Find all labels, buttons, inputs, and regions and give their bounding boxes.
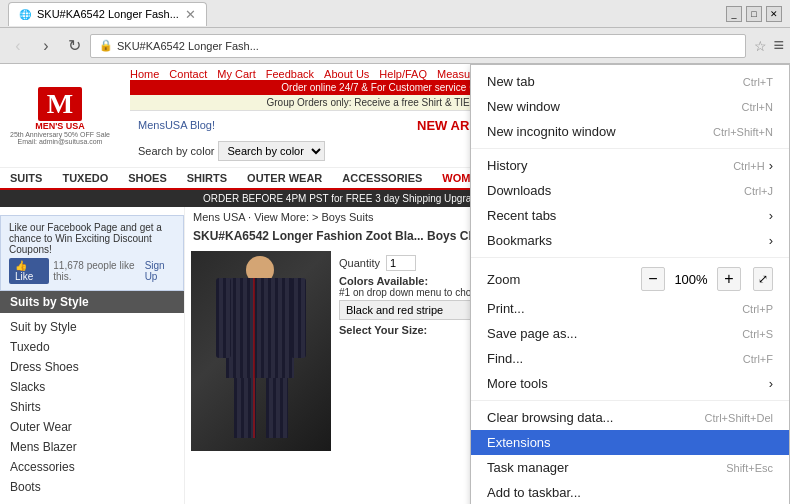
quantity-input[interactable] bbox=[386, 255, 416, 271]
nav-outer-wear[interactable]: OUTER WEAR bbox=[237, 168, 332, 188]
sidebar-item-slacks[interactable]: Slacks bbox=[0, 377, 184, 397]
context-menu: New tab Ctrl+T New window Ctrl+N New inc… bbox=[470, 64, 790, 504]
figure-body bbox=[226, 278, 294, 378]
zoom-fullscreen-button[interactable]: ⤢ bbox=[753, 267, 773, 291]
zoom-plus-button[interactable]: + bbox=[717, 267, 741, 291]
browser-tab[interactable]: 🌐 SKU#KA6542 Longer Fash... ✕ bbox=[8, 2, 207, 26]
minimize-button[interactable]: _ bbox=[726, 6, 742, 22]
nav-shoes[interactable]: SHOES bbox=[118, 168, 177, 188]
close-button[interactable]: ✕ bbox=[766, 6, 782, 22]
zoom-row: Zoom − 100% + ⤢ bbox=[471, 262, 789, 296]
menu-new-tab[interactable]: New tab Ctrl+T bbox=[471, 69, 789, 94]
nav-home[interactable]: Home bbox=[130, 68, 159, 80]
sidebar-item-accessories[interactable]: Accessories bbox=[0, 457, 184, 477]
nav-cart[interactable]: My Cart bbox=[217, 68, 256, 80]
menu-add-taskbar[interactable]: Add to taskbar... bbox=[471, 480, 789, 504]
sidebar-item-dress-shoes[interactable]: Dress Shoes bbox=[0, 357, 184, 377]
sidebar-item-mens-blazer[interactable]: Mens Blazer bbox=[0, 437, 184, 457]
figure-left-arm bbox=[216, 278, 231, 358]
menu-history[interactable]: History Ctrl+H › bbox=[471, 153, 789, 178]
menu-section-dev: Clear browsing data... Ctrl+Shift+Del Ex… bbox=[471, 401, 789, 504]
tab-favicon: 🌐 bbox=[19, 9, 31, 20]
blog-link[interactable]: MensUSA Blog! bbox=[138, 119, 215, 131]
tab-title: SKU#KA6542 Longer Fash... bbox=[37, 8, 179, 20]
sidebar: Like our Facebook Page and get a chance … bbox=[0, 207, 185, 504]
menu-find[interactable]: Find... Ctrl+F bbox=[471, 346, 789, 371]
browser-frame: 🌐 SKU#KA6542 Longer Fash... ✕ _ □ ✕ ‹ › … bbox=[0, 0, 790, 504]
nav-about[interactable]: About Us bbox=[324, 68, 369, 80]
menu-clear-browsing[interactable]: Clear browsing data... Ctrl+Shift+Del bbox=[471, 405, 789, 430]
window-controls: _ □ ✕ bbox=[726, 6, 782, 22]
sidebar-item-outer-wear[interactable]: Outer Wear bbox=[0, 417, 184, 437]
bookmark-star-icon[interactable]: ☆ bbox=[754, 38, 767, 54]
facebook-signup[interactable]: Sign Up bbox=[145, 260, 175, 282]
quantity-label: Quantity bbox=[339, 257, 380, 269]
facebook-text: Like our Facebook Page and get a chance … bbox=[9, 222, 175, 255]
webpage: M MEN'S USA 25th Anniversary 50% OFF Sal… bbox=[0, 64, 790, 504]
nav-contact[interactable]: Contact bbox=[169, 68, 207, 80]
zoom-label: Zoom bbox=[487, 272, 633, 287]
color-search-select[interactable]: Search by color bbox=[218, 141, 325, 161]
nav-suits[interactable]: SUITS bbox=[0, 168, 52, 188]
title-bar: 🌐 SKU#KA6542 Longer Fash... ✕ _ □ ✕ bbox=[0, 0, 790, 28]
facebook-like-button[interactable]: 👍 Like bbox=[9, 258, 49, 284]
reload-button[interactable]: ↻ bbox=[62, 34, 86, 58]
sidebar-item-shirts[interactable]: Shirts bbox=[0, 397, 184, 417]
security-icon: 🔒 bbox=[99, 39, 113, 52]
figure-pinstripe bbox=[253, 278, 255, 438]
menu-save-page[interactable]: Save page as... Ctrl+S bbox=[471, 321, 789, 346]
logo-area: M MEN'S USA 25th Anniversary 50% OFF Sal… bbox=[10, 87, 110, 145]
zoom-value: 100% bbox=[673, 272, 709, 287]
maximize-button[interactable]: □ bbox=[746, 6, 762, 22]
menu-task-manager[interactable]: Task manager Shift+Esc bbox=[471, 455, 789, 480]
menu-section-history: History Ctrl+H › Downloads Ctrl+J Recent… bbox=[471, 149, 789, 258]
sidebar-item-boots[interactable]: Boots bbox=[0, 477, 184, 497]
sidebar-item-suit-by-style[interactable]: Suit by Style bbox=[0, 317, 184, 337]
logo-email: Email: admin@suitusa.com bbox=[18, 138, 103, 145]
url-text: SKU#KA6542 Longer Fash... bbox=[117, 40, 259, 52]
menu-more-tools[interactable]: More tools › bbox=[471, 371, 789, 396]
menu-new-incognito[interactable]: New incognito window Ctrl+Shift+N bbox=[471, 119, 789, 144]
nav-shirts[interactable]: SHIRTS bbox=[177, 168, 237, 188]
sidebar-item-tuxedo[interactable]: Tuxedo bbox=[0, 337, 184, 357]
menu-print[interactable]: Print... Ctrl+P bbox=[471, 296, 789, 321]
forward-button[interactable]: › bbox=[34, 34, 58, 58]
sidebar-title: Suits by Style bbox=[0, 291, 184, 313]
nav-accessories[interactable]: ACCESSORIES bbox=[332, 168, 432, 188]
back-button[interactable]: ‹ bbox=[6, 34, 30, 58]
facebook-box: Like our Facebook Page and get a chance … bbox=[0, 215, 184, 291]
menu-section-new: New tab Ctrl+T New window Ctrl+N New inc… bbox=[471, 65, 789, 149]
product-image bbox=[191, 251, 331, 451]
menu-recent-tabs[interactable]: Recent tabs › bbox=[471, 203, 789, 228]
logo-anniversary: 25th Anniversary 50% OFF Sale bbox=[10, 131, 110, 138]
menu-new-window[interactable]: New window Ctrl+N bbox=[471, 94, 789, 119]
menu-downloads[interactable]: Downloads Ctrl+J bbox=[471, 178, 789, 203]
search-by-color-label: Search by color bbox=[138, 145, 214, 157]
logo-letter: M bbox=[38, 87, 82, 121]
figure-right-leg bbox=[266, 378, 288, 438]
figure-right-arm bbox=[291, 278, 306, 358]
menu-extensions[interactable]: Extensions bbox=[471, 430, 789, 455]
tab-close-button[interactable]: ✕ bbox=[185, 7, 196, 22]
chrome-menu-icon[interactable]: ≡ bbox=[773, 35, 784, 56]
facebook-count: 11,678 people like this. bbox=[53, 260, 140, 282]
nav-help[interactable]: Help/FAQ bbox=[379, 68, 427, 80]
nav-tuxedo[interactable]: TUXEDO bbox=[52, 168, 118, 188]
menu-section-zoom: Zoom − 100% + ⤢ Print... Ctrl+P Save pag… bbox=[471, 258, 789, 401]
nav-feedback[interactable]: Feedback bbox=[266, 68, 314, 80]
address-bar[interactable]: 🔒 SKU#KA6542 Longer Fash... bbox=[90, 34, 746, 58]
logo-name: MEN'S USA bbox=[35, 121, 85, 131]
zoom-minus-button[interactable]: − bbox=[641, 267, 665, 291]
nav-bar: ‹ › ↻ 🔒 SKU#KA6542 Longer Fash... ☆ ≡ bbox=[0, 28, 790, 64]
menu-bookmarks[interactable]: Bookmarks › bbox=[471, 228, 789, 253]
